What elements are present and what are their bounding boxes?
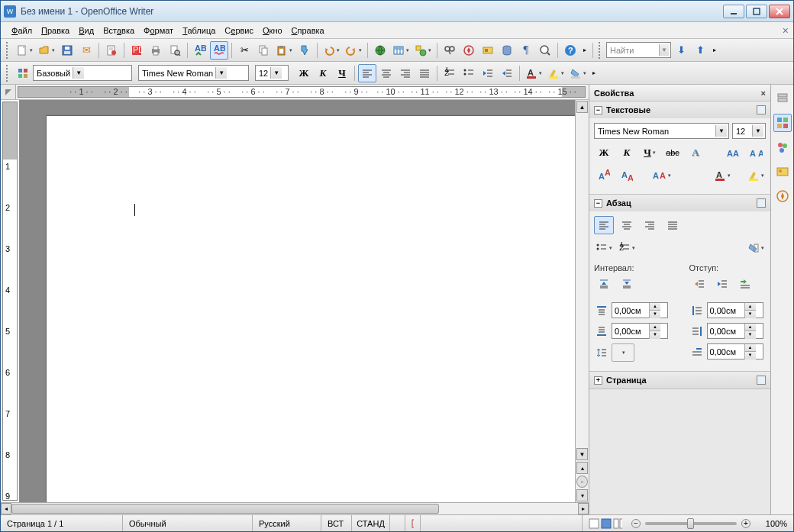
- sb-underline-button[interactable]: Ч: [640, 143, 660, 162]
- sb-align-right-button[interactable]: [640, 216, 660, 234]
- minimize-button[interactable]: [723, 5, 744, 18]
- indent-first-spin[interactable]: ▲▼: [707, 343, 763, 360]
- paragraph-style-combo[interactable]: Базовый▼: [33, 65, 132, 81]
- sb-decrease-above-button[interactable]: [617, 275, 637, 293]
- sidebar-tab-navigator[interactable]: [773, 187, 792, 205]
- space-above-spin[interactable]: ▲▼: [612, 302, 668, 318]
- numbering-button[interactable]: 12: [441, 64, 459, 82]
- status-page[interactable]: Страница 1 / 1: [1, 515, 123, 531]
- doc-close-icon[interactable]: ×: [783, 24, 789, 37]
- hyperlink-button[interactable]: [371, 41, 389, 60]
- sb-font-color-button[interactable]: A: [712, 166, 732, 185]
- zoom-in-button[interactable]: +: [741, 519, 750, 528]
- close-button[interactable]: [769, 5, 790, 18]
- zoom-out-button[interactable]: −: [631, 519, 641, 528]
- menu-insert[interactable]: Вставка: [98, 24, 139, 37]
- menu-table[interactable]: Таблица: [178, 24, 220, 37]
- horizontal-scrollbar[interactable]: ◂ ▸: [1, 502, 589, 514]
- menu-window[interactable]: Окно: [258, 24, 287, 37]
- menu-tools[interactable]: Сервис: [220, 24, 258, 37]
- menu-help[interactable]: Справка: [287, 24, 329, 37]
- paste-button[interactable]: [273, 41, 295, 60]
- highlight-button[interactable]: [545, 64, 566, 82]
- styles-button[interactable]: [14, 64, 32, 82]
- sidebar-tab-gallery[interactable]: [773, 163, 792, 181]
- horizontal-ruler[interactable]: · · 1 · · · · 2 · · · · 3 · · · · 4 · · …: [18, 86, 586, 98]
- sb-align-justify-button[interactable]: [663, 216, 683, 234]
- print-button[interactable]: [147, 41, 165, 60]
- find-input[interactable]: Найти▼: [606, 42, 671, 58]
- sb-shrink-font-button[interactable]: AA: [746, 143, 766, 162]
- sb-strike-button[interactable]: abc: [663, 143, 683, 162]
- document-area[interactable]: [19, 100, 575, 502]
- section-options-icon[interactable]: [757, 105, 766, 114]
- maximize-button[interactable]: [746, 5, 767, 18]
- align-justify-button[interactable]: [415, 64, 434, 82]
- menu-file[interactable]: Файл: [7, 24, 37, 37]
- sb-bold-button[interactable]: Ж: [594, 143, 614, 162]
- redo-button[interactable]: [343, 41, 364, 60]
- zoom-button[interactable]: [536, 41, 554, 60]
- sb-decrease-indent-button[interactable]: [712, 275, 732, 293]
- sidebar-section-text[interactable]: − Текстовые: [589, 102, 770, 118]
- sidebar-section-paragraph[interactable]: − Абзац: [589, 195, 770, 211]
- align-center-button[interactable]: [377, 64, 395, 82]
- sb-font-combo[interactable]: Times New Roman▼: [594, 123, 729, 139]
- undo-button[interactable]: [321, 41, 342, 60]
- find-toolbar-grip[interactable]: [599, 42, 603, 59]
- new-button[interactable]: [14, 41, 35, 60]
- sidebar-tab-styles[interactable]: [773, 138, 792, 156]
- section-options-icon[interactable]: [757, 376, 766, 385]
- zoom-slider[interactable]: [645, 522, 737, 525]
- sb-subscript-button[interactable]: AA: [617, 166, 637, 185]
- print-preview-button[interactable]: [166, 41, 184, 60]
- scroll-down-button[interactable]: ▼: [576, 448, 588, 460]
- sidebar-section-page[interactable]: + Страница: [589, 372, 770, 389]
- scroll-thumb[interactable]: [11, 504, 439, 514]
- status-language[interactable]: Русский: [253, 515, 321, 531]
- sb-align-center-button[interactable]: [617, 216, 637, 234]
- sb-grow-font-button[interactable]: AA: [723, 143, 743, 162]
- zoom-value[interactable]: 100%: [758, 515, 793, 531]
- open-button[interactable]: [36, 41, 57, 60]
- table-button[interactable]: [390, 41, 412, 60]
- status-selection-mode[interactable]: СТАНД: [352, 515, 390, 531]
- sidebar-close-icon[interactable]: ×: [761, 89, 766, 98]
- italic-button[interactable]: К: [314, 64, 332, 82]
- collapse-icon[interactable]: −: [594, 106, 602, 114]
- vertical-scrollbar[interactable]: ▲ ▼ ▴ ◦ ▾: [575, 100, 589, 502]
- menu-format[interactable]: Формат: [139, 24, 178, 37]
- sb-size-combo[interactable]: 12▼: [732, 123, 766, 139]
- align-left-button[interactable]: [358, 64, 376, 82]
- sb-highlight-button[interactable]: [746, 166, 766, 185]
- draw-button[interactable]: [412, 41, 434, 60]
- underline-button[interactable]: Ч: [333, 64, 351, 82]
- space-below-spin[interactable]: ▲▼: [612, 323, 668, 339]
- sb-numbering-button[interactable]: 12: [617, 239, 637, 257]
- menu-view[interactable]: Вид: [74, 24, 98, 37]
- sb-italic-button[interactable]: К: [617, 143, 637, 162]
- find-prev-button[interactable]: ⬆: [691, 41, 709, 60]
- cut-button[interactable]: ✂: [235, 41, 253, 60]
- status-style[interactable]: Обычный: [123, 515, 253, 531]
- scroll-right-button[interactable]: ▸: [578, 503, 589, 514]
- decrease-indent-button[interactable]: [479, 64, 497, 82]
- navigator-button[interactable]: [460, 41, 478, 60]
- sb-hanging-indent-button[interactable]: [735, 275, 755, 293]
- scroll-up-button[interactable]: ▲: [576, 101, 588, 113]
- sb-increase-indent-button[interactable]: [689, 275, 709, 293]
- nav-select-button[interactable]: ◦: [576, 476, 588, 488]
- indent-left-spin[interactable]: ▲▼: [707, 302, 763, 318]
- sb-superscript-button[interactable]: AA: [594, 166, 614, 185]
- sb-bullets-button[interactable]: [594, 239, 614, 257]
- nav-prev-button[interactable]: ▴: [576, 462, 588, 474]
- toolbar-overflow[interactable]: ▸: [580, 41, 589, 60]
- vertical-ruler[interactable]: 123456789: [2, 102, 18, 501]
- collapse-icon[interactable]: −: [594, 199, 602, 208]
- edit-file-button[interactable]: [102, 41, 121, 60]
- status-insert-mode[interactable]: ВСТ: [321, 515, 352, 531]
- help-button[interactable]: ?: [561, 41, 579, 60]
- sb-paragraph-bg-button[interactable]: [746, 239, 766, 257]
- sb-shadow-button[interactable]: A: [686, 143, 705, 162]
- font-size-combo[interactable]: 12▼: [255, 65, 289, 81]
